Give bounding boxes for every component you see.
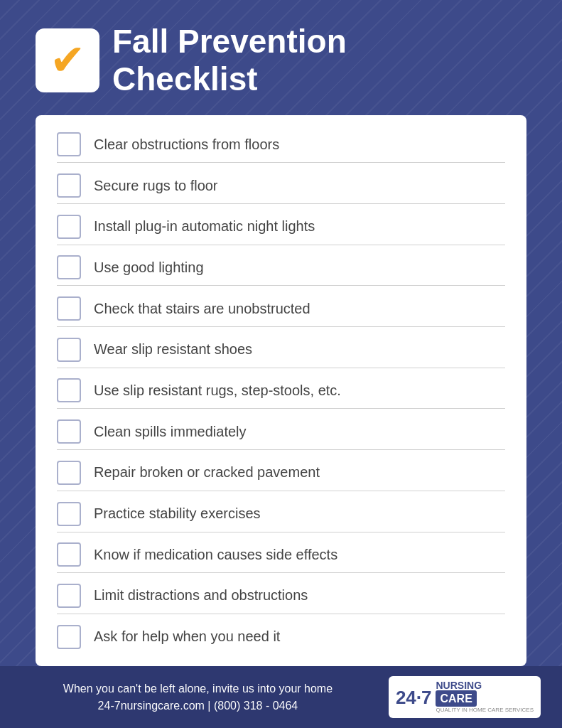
list-item: Know if medication causes side effects (57, 537, 505, 573)
item-label: Secure rugs to floor (94, 178, 218, 194)
checkbox[interactable] (57, 215, 81, 239)
page-title: Fall Prevention Checklist (112, 23, 347, 98)
item-label: Repair broken or cracked pavement (94, 464, 320, 481)
checklist-card: Clear obstructions from floorsSecure rug… (36, 115, 526, 666)
list-item: Repair broken or cracked pavement (57, 455, 505, 491)
checkbox[interactable] (57, 132, 81, 156)
list-item: Limit distractions and obstructions (57, 578, 505, 614)
footer: When you can't be left alone, invite us … (0, 666, 562, 728)
footer-logo: 24·7 NURSING CARE QUALITY IN HOME CARE S… (389, 676, 541, 718)
checkmark-icon: ✔ (50, 39, 85, 82)
footer-tagline: When you can't be left alone, invite us … (21, 680, 374, 697)
logo-tagline: QUALITY IN HOME CARE SERVICES (436, 707, 534, 714)
item-label: Install plug-in automatic night lights (94, 218, 315, 235)
item-label: Know if medication causes side effects (94, 547, 337, 563)
item-label: Wear slip resistant shoes (94, 341, 252, 358)
checkbox[interactable] (57, 338, 81, 362)
item-label: Clean spills immediately (94, 424, 247, 440)
item-label: Limit distractions and obstructions (94, 587, 308, 604)
list-item: Check that stairs are unobstructed (57, 291, 505, 327)
checkbox[interactable] (57, 378, 81, 402)
checkbox[interactable] (57, 625, 81, 649)
list-item: Install plug-in automatic night lights (57, 209, 505, 245)
footer-text: When you can't be left alone, invite us … (21, 680, 374, 714)
item-label: Practice stability exercises (94, 505, 261, 522)
checkbox[interactable] (57, 461, 81, 485)
list-item: Clear obstructions from floors (57, 127, 505, 163)
list-item: Clean spills immediately (57, 414, 505, 450)
checkbox[interactable] (57, 255, 81, 279)
checkmark-box: ✔ (36, 28, 99, 92)
header: ✔ Fall Prevention Checklist (0, 0, 562, 115)
list-item: Use good lighting (57, 250, 505, 286)
list-item: Practice stability exercises (57, 496, 505, 532)
checkbox[interactable] (57, 502, 81, 526)
checkbox[interactable] (57, 173, 81, 198)
list-item: Ask for help when you need it (57, 619, 505, 655)
checkbox[interactable] (57, 542, 81, 567)
footer-contact: 24-7nursingcare.com | (800) 318 - 0464 (21, 697, 374, 714)
checkbox[interactable] (57, 584, 81, 608)
logo-number: 24·7 (396, 688, 432, 707)
item-label: Check that stairs are unobstructed (94, 301, 310, 317)
logo-care-badge: CARE (436, 690, 476, 707)
item-label: Use good lighting (94, 259, 204, 276)
checkbox[interactable] (57, 419, 81, 444)
item-label: Ask for help when you need it (94, 628, 280, 645)
checkbox[interactable] (57, 296, 81, 321)
logo-right: NURSING CARE QUALITY IN HOME CARE SERVIC… (436, 680, 534, 714)
list-item: Secure rugs to floor (57, 168, 505, 204)
item-label: Clear obstructions from floors (94, 136, 279, 153)
list-item: Use slip resistant rugs, step-stools, et… (57, 373, 505, 409)
logo-nursing: NURSING (436, 680, 482, 690)
list-item: Wear slip resistant shoes (57, 332, 505, 368)
item-label: Use slip resistant rugs, step-stools, et… (94, 382, 341, 399)
